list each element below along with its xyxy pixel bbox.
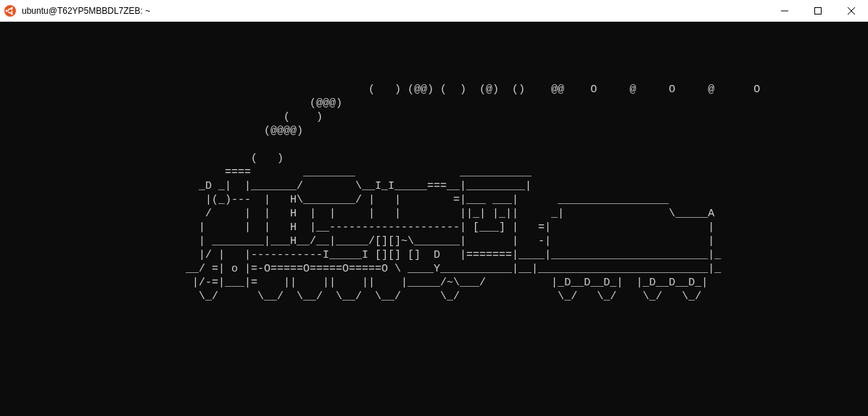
ascii-line: | | | H |__--------------------| [___] |…	[3, 221, 865, 234]
ascii-line: _D _| |_______/ \__I_I_____===__|_______…	[3, 179, 865, 193]
svg-rect-4	[815, 7, 822, 14]
ascii-line: ( )	[3, 152, 865, 166]
window-controls	[768, 0, 868, 21]
ascii-line: |/ | |-----------I_____I [][] [] D |====…	[3, 248, 865, 262]
ubuntu-logo-icon	[4, 5, 16, 17]
maximize-button[interactable]	[801, 0, 835, 21]
ascii-line: / | | H | | | | ||_| |_|| _| \_____A	[3, 207, 865, 221]
close-button[interactable]	[835, 0, 868, 21]
ascii-line: (@@@@)	[3, 124, 865, 138]
ascii-line: \_/ \__/ \__/ \__/ \__/ \_/ \_/ \_/ \_/ …	[3, 290, 865, 303]
ascii-line: ( ) (@@) ( ) (@) () @@ O @ O @ O	[3, 83, 865, 97]
ascii-line: __/ =| o |=-O=====O=====O=====O \ ____Y_…	[3, 262, 865, 276]
ascii-line: | ________|___H__/__|_____/[][]~\_______…	[3, 234, 865, 248]
ascii-line: |(_)--- | H\________/ | | =|___ ___| ___…	[3, 193, 865, 207]
ascii-line: ( )	[3, 110, 865, 124]
ascii-line	[3, 69, 865, 83]
ascii-line: (@@@)	[3, 97, 865, 110]
window-title: ubuntu@T62YP5MBBDL7ZEB: ~	[22, 6, 768, 16]
ascii-line: ==== ________ ___________	[3, 166, 865, 179]
ascii-line: |/-=|___|= || || || |_____/~\___/ |_D__D…	[3, 276, 865, 290]
svg-point-1	[6, 9, 8, 12]
window-titlebar[interactable]: ubuntu@T62YP5MBBDL7ZEB: ~	[0, 0, 868, 22]
ascii-line	[3, 28, 865, 41]
ascii-line	[3, 138, 865, 152]
minimize-button[interactable]	[768, 0, 801, 21]
ascii-line	[3, 55, 865, 69]
terminal-output[interactable]: ( ) (@@) ( ) (@) () @@ O @ O @ O (@@@) (…	[0, 22, 868, 416]
ascii-line	[3, 41, 865, 55]
